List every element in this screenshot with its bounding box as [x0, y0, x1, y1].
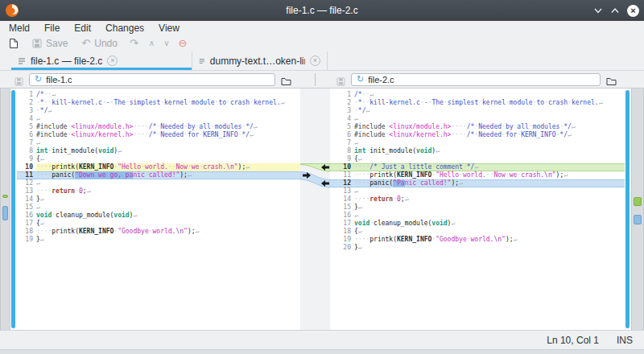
- code-line[interactable]: 7↵: [330, 139, 625, 147]
- undo-button[interactable]: ↶ Undo: [81, 38, 118, 49]
- line-number: 4: [17, 115, 36, 123]
- code-line[interactable]: 6#include·<linux/kernel.h>····/*·Needed·…: [17, 131, 300, 139]
- left-scrollbar-track[interactable]: [10, 88, 17, 330]
- right-scrollbar-thumb[interactable]: [625, 90, 630, 328]
- code-line[interactable]: 9{↵: [17, 155, 300, 163]
- code-line[interactable]: 18{↵: [330, 228, 625, 236]
- left-filename-field[interactable]: ↻ file-1.c: [29, 73, 275, 86]
- right-scrollbar-track[interactable]: [625, 88, 631, 330]
- code-line[interactable]: 12····panic("Panic·called!");↵: [330, 179, 625, 187]
- line-number: 2: [17, 99, 36, 107]
- code-line[interactable]: 19····printk(KERN_INFO·"Goodbye·world.\n…: [330, 236, 625, 244]
- menu-changes[interactable]: Changes: [98, 23, 151, 34]
- minimize-button[interactable]: [593, 6, 603, 14]
- code-line[interactable]: 15}↵: [330, 204, 625, 212]
- code-line[interactable]: 2·*··kill-kernel.c·-·The·simplest·kernel…: [17, 99, 300, 107]
- right-diff-map[interactable]: [631, 88, 644, 330]
- next-change-button[interactable]: ∨: [163, 38, 169, 49]
- code-line[interactable]: 14}↵: [17, 196, 300, 204]
- code-text: ↵: [354, 212, 625, 220]
- meld-window: file-1.c — file-2.c × Meld File Edit Cha…: [0, 0, 644, 354]
- code-line[interactable]: 8int·init_module(void)↵: [17, 147, 300, 155]
- code-line[interactable]: 1/*··↵: [330, 91, 625, 99]
- close-button[interactable]: ×: [627, 5, 639, 17]
- tab-label: dummy-text.t…oken-lines.txt: [210, 56, 305, 67]
- code-line[interactable]: 6#include·<linux/kernel.h>····/*·Needed·…: [330, 131, 625, 139]
- tab-close-icon[interactable]: ×: [310, 56, 320, 66]
- code-line[interactable]: 16void·cleanup_module(void)↵: [17, 212, 300, 220]
- window-title: file-1.c — file-2.c: [0, 0, 644, 21]
- code-text: void·cleanup_module(void)↵: [36, 212, 300, 220]
- menu-edit[interactable]: Edit: [67, 23, 98, 34]
- code-text: }↵: [354, 204, 625, 212]
- code-line[interactable]: 4↵: [330, 115, 625, 123]
- code-line[interactable]: 12↵: [17, 179, 300, 187]
- line-number: 12: [17, 179, 36, 187]
- line-number: 6: [330, 131, 354, 139]
- left-open-folder-button[interactable]: [281, 75, 291, 89]
- code-line[interactable]: 17{↵: [17, 220, 300, 228]
- code-text: ·*··kill-kernel.c·-·The·simplest·kernel·…: [354, 99, 625, 107]
- code-text: ····panic("Down·we·go,·panic·called!");↵: [36, 171, 300, 179]
- push-change-right-arrow[interactable]: [302, 171, 312, 179]
- code-line[interactable]: 2·*··kill-kernel.c·-·The·simplest·kernel…: [330, 99, 625, 107]
- code-text: {↵: [354, 228, 625, 236]
- push-comment-left-arrow[interactable]: [320, 163, 330, 171]
- save-button[interactable]: Save: [32, 38, 68, 49]
- code-line[interactable]: 3·*/↵: [330, 107, 625, 115]
- diff-chunk-curves: [300, 88, 330, 330]
- code-line[interactable]: 5#include·<linux/module.h>····/*·Needed·…: [17, 123, 300, 131]
- menu-meld[interactable]: Meld: [2, 23, 37, 34]
- code-text: int·init_module(void)↵: [36, 147, 300, 155]
- left-scrollbar-thumb[interactable]: [11, 90, 15, 328]
- right-filename-field[interactable]: ↻ file-2.c: [351, 73, 601, 86]
- left-code-pane[interactable]: 1/*··↵2·*··kill-kernel.c·-·The·simplest·…: [17, 88, 300, 330]
- titlebar[interactable]: file-1.c — file-2.c ×: [0, 0, 644, 21]
- line-number: 11: [17, 171, 36, 179]
- menu-view[interactable]: View: [151, 23, 187, 34]
- code-line[interactable]: 14····return·0;↵: [330, 196, 625, 204]
- right-code-pane[interactable]: 1/*··↵2·*··kill-kernel.c·-·The·simplest·…: [330, 88, 625, 330]
- code-line[interactable]: 4↵: [17, 115, 300, 123]
- code-line[interactable]: 11····panic("Down·we·go,·panic·called!")…: [17, 171, 300, 179]
- new-comparison-button[interactable]: [9, 38, 19, 49]
- code-line[interactable]: 10····/*·Just·a·little·comment·*/↵: [330, 163, 625, 171]
- code-line[interactable]: 3·*/↵: [17, 107, 300, 115]
- push-change-left-arrow[interactable]: [320, 179, 330, 187]
- file-headers: ↻ file-1.c ↻ file-2.c: [0, 71, 644, 88]
- code-line[interactable]: 18····printk(KERN_INFO·"Goodbye·world.\n…: [17, 228, 300, 236]
- left-code-lines: 1/*··↵2·*··kill-kernel.c·-·The·simplest·…: [17, 91, 300, 244]
- code-line[interactable]: 16↵: [330, 212, 625, 220]
- code-line[interactable]: 20}↵: [330, 244, 625, 252]
- code-line[interactable]: 9{↵: [330, 155, 625, 163]
- code-text: ·*/↵: [36, 107, 300, 115]
- maximize-button[interactable]: [610, 6, 620, 14]
- redo-button[interactable]: ↷: [130, 38, 138, 49]
- tab-dummy-text[interactable]: dummy-text.t…oken-lines.txt ×: [192, 51, 328, 70]
- line-number: 13: [330, 187, 354, 196]
- code-line[interactable]: 13····return·0;↵: [17, 187, 300, 196]
- left-filename: file-1.c: [46, 75, 72, 84]
- code-text: ····printk(KERN_INFO·"Goodbye·world.\n")…: [36, 228, 300, 236]
- left-diff-map[interactable]: [0, 88, 10, 330]
- remove-change-button[interactable]: ⊖: [179, 38, 188, 49]
- code-line[interactable]: 5#include·<linux/module.h>····/*·Needed·…: [330, 123, 625, 131]
- undo-icon: ↶: [81, 38, 90, 49]
- code-line[interactable]: 7↵: [17, 139, 300, 147]
- menu-file[interactable]: File: [37, 23, 67, 34]
- code-line[interactable]: 8int·init_module(void)↵: [330, 147, 625, 155]
- code-line[interactable]: 1/*··↵: [17, 91, 300, 99]
- code-line[interactable]: 19}↵: [17, 236, 300, 244]
- code-line[interactable]: 13↵: [330, 187, 625, 196]
- right-open-folder-button[interactable]: [606, 75, 617, 89]
- code-line[interactable]: 15↵: [17, 204, 300, 212]
- code-line[interactable]: 10····printk(KERN_INFO·"Hello·world.··No…: [17, 163, 300, 171]
- code-line[interactable]: 17void·cleanup_module(void)↵: [330, 220, 625, 228]
- tab-file-comparison[interactable]: file-1.c — file-2.c ×: [11, 51, 192, 70]
- code-text: ····printk(KERN_INFO·"Hello·world.··Now·…: [354, 171, 625, 179]
- previous-change-button[interactable]: ∧: [149, 38, 155, 49]
- cursor-position: Ln 10, Col 1: [547, 335, 599, 346]
- menubar: Meld File Edit Changes View: [0, 21, 644, 35]
- tab-close-icon[interactable]: ×: [107, 56, 118, 66]
- code-line[interactable]: 11····printk(KERN_INFO·"Hello·world.··No…: [330, 171, 625, 179]
